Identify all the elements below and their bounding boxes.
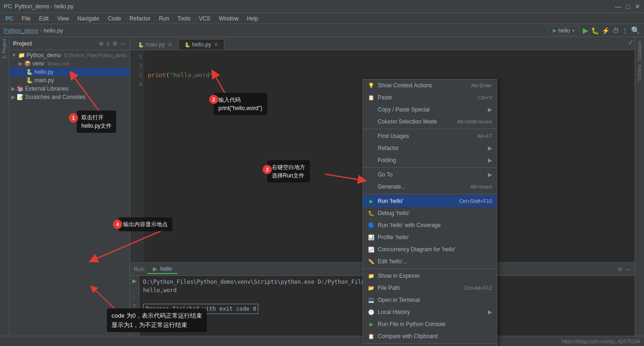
ctx-terminal-label: Open in Terminal (378, 297, 420, 303)
folder-icon: 📁 (18, 52, 25, 59)
tree-item-hello-label: hello.py (34, 69, 53, 75)
ctx-run-coverage[interactable]: 🔵Run 'hello' with Coverage (363, 219, 497, 231)
breadcrumb-file[interactable]: hello.py (44, 27, 63, 34)
ctx-concurrency[interactable]: 📈Concurrency Diagram for 'hello' (363, 243, 497, 255)
ctx-paste[interactable]: 📋Paste Ctrl+V (363, 91, 497, 104)
ctx-debug-hello[interactable]: 🐛Debug 'hello' (363, 207, 497, 219)
tab-main-py-close[interactable]: ✕ (168, 41, 172, 48)
extlibs-icon: 📚 (17, 85, 24, 92)
ctx-show-explorer[interactable]: 📁Show in Explorer (363, 270, 497, 282)
ctx-run-python-console[interactable]: ▶Run File in Python Console (363, 318, 497, 330)
scratches-expand-icon: ▶ (11, 94, 15, 100)
database-label[interactable]: Database (636, 39, 643, 63)
maximize-button[interactable]: □ (626, 3, 630, 10)
ctx-show-explorer-label: Show in Explorer (378, 273, 420, 279)
ctx-copy-icon (368, 106, 375, 113)
ctx-show-context[interactable]: 💡Show Context Actions Alt+Enter (363, 79, 497, 91)
ctx-run-hello[interactable]: ▶Run 'hello' Ctrl+Shift+F10 (363, 195, 497, 207)
trash-icon[interactable]: 🗑 (132, 326, 137, 332)
bottom-settings-icon[interactable]: ⚙ (618, 266, 623, 273)
tab-main-py[interactable]: 🐍 main.py ✕ (132, 39, 178, 50)
file-tree-panel: Project ⊕ ≡ ⚙ — ▼ 📁 Python_demo D:\Pytho… (9, 37, 130, 346)
ctx-local-history[interactable]: 🕐Local History ▶ (363, 306, 497, 318)
tree-item-root[interactable]: ▼ 📁 Python_demo D:\Python_Files\Python_d… (9, 51, 130, 59)
right-sidebar: Database SciView (635, 37, 644, 346)
bottom-tab-hello[interactable]: ▶ hello (147, 265, 177, 274)
run-play-icon[interactable]: ▶ (132, 278, 137, 284)
menu-window[interactable]: Window (215, 14, 243, 23)
tree-item-hello[interactable]: 🐍 hello.py (9, 68, 130, 76)
tab-hello-py[interactable]: 🐍 hello.py ✕ (178, 39, 224, 50)
tree-item-scratches[interactable]: ▶ 📝 Scratches and Consoles (9, 93, 130, 101)
sidebar-close-icon[interactable]: — (120, 40, 126, 47)
ctx-folding-icon (368, 157, 375, 164)
ctx-folding-label: Folding (378, 157, 396, 163)
search-button[interactable]: 🔍 (631, 26, 640, 35)
menu-help[interactable]: Help (243, 14, 262, 23)
tab-hello-py-close[interactable]: ✕ (214, 41, 218, 48)
sciview-label[interactable]: SciView (636, 63, 643, 83)
ctx-pyconsole-icon: ▶ (368, 320, 375, 328)
menu-run[interactable]: Run (155, 14, 173, 23)
menu-navigate[interactable]: Navigate (74, 14, 103, 23)
ctx-file-path[interactable]: 📂File Path Ctrl+Alt+F12 (363, 282, 497, 294)
menu-edit[interactable]: Edit (35, 14, 53, 23)
tab-hello-py-label: hello.py (192, 41, 211, 48)
ctx-copy-paste-label: Copy / Paste Special (378, 106, 429, 113)
tree-item-venv[interactable]: ▶ 📦 venv library root (9, 59, 130, 68)
menu-bar: PC File Edit View Navigate Code Refactor… (0, 13, 644, 24)
venv-icon: 📦 (24, 60, 31, 67)
menu-code[interactable]: Code (104, 14, 125, 23)
tab-main-py-icon: 🐍 (138, 42, 144, 47)
print-icon[interactable]: 🖨 (132, 319, 137, 324)
ctx-debug-label: Debug 'hello' (378, 210, 410, 216)
coverage-button[interactable]: ⚡ (602, 27, 610, 34)
context-menu: 💡Show Context Actions Alt+Enter 📋Paste C… (362, 79, 497, 346)
tree-item-extlibs[interactable]: ▶ 📚 External Libraries (9, 85, 130, 93)
ctx-column-selection[interactable]: Column Selection Mode Alt+Shift+Insert (363, 116, 497, 128)
debug-button[interactable]: 🐛 (591, 27, 599, 34)
tree-item-main[interactable]: 🐍 main.py (9, 76, 130, 85)
ctx-concurrency-icon: 📈 (368, 246, 375, 253)
clear-icon[interactable]: ⊘ (133, 311, 137, 316)
ctx-generate-icon (368, 183, 375, 190)
sidebar-settings-icon[interactable]: ⚙ (112, 40, 118, 47)
format-icon[interactable]: ≡ (133, 303, 136, 308)
run-button[interactable]: ▶ (583, 26, 588, 35)
ctx-filepath-shortcut: Ctrl+Alt+F12 (463, 285, 492, 291)
bottom-minimize-icon[interactable]: — (625, 266, 631, 273)
ctx-find-usages[interactable]: Find Usages Alt+F7 (363, 130, 497, 142)
menu-view[interactable]: View (53, 14, 73, 23)
close-button[interactable]: ✕ (635, 3, 640, 10)
ctx-goto[interactable]: Go To ▶ (363, 169, 497, 181)
menu-vcs[interactable]: VCS (195, 14, 214, 23)
scroll-down-icon[interactable]: ↓ (133, 287, 136, 292)
breadcrumb-project[interactable]: Python_demo (4, 27, 38, 34)
run-config-dropdown[interactable]: ▶ hello ▾ (548, 26, 580, 35)
menu-refactor[interactable]: Refactor (126, 14, 154, 23)
sidebar-collapse-icon[interactable]: ≡ (106, 40, 110, 47)
menu-pc[interactable]: PC (2, 14, 17, 23)
ctx-copy-paste-special[interactable]: Copy / Paste Special ▶ (363, 104, 497, 116)
project-icon[interactable]: 1: Project (2, 39, 7, 59)
code-line-2 (148, 61, 631, 71)
extlibs-expand-icon: ▶ (11, 85, 15, 92)
ctx-profile[interactable]: 📊Profile 'hello' (363, 231, 497, 243)
scroll-up-icon[interactable]: ↑ (133, 295, 136, 300)
sidebar-sync-icon[interactable]: ⊕ (99, 40, 104, 47)
ctx-compare-clipboard[interactable]: 📋Compare with Clipboard (363, 330, 497, 342)
minimize-button[interactable]: — (615, 3, 622, 10)
menu-tools[interactable]: Tools (174, 14, 194, 23)
menu-file[interactable]: File (18, 14, 34, 23)
more-button[interactable]: ⋮ (622, 27, 628, 34)
bottom-tab-icon: ▶ (153, 266, 157, 272)
ctx-open-terminal[interactable]: 💻Open in Terminal (363, 294, 497, 306)
ctx-refactor[interactable]: Refactor ▶ (363, 142, 497, 154)
ctx-folding[interactable]: Folding ▶ (363, 154, 497, 166)
ctx-edit-hello[interactable]: ✏️Edit 'hello'... (363, 255, 497, 268)
main-layout: 1: Project Project ⊕ ≡ ⚙ — ▼ 📁 Python_de… (0, 37, 644, 346)
profile-button[interactable]: ⏱ (612, 27, 619, 34)
ctx-generate[interactable]: Generate... Alt+Insert (363, 181, 497, 193)
line-num-3: 3 (132, 71, 142, 80)
ctx-run-shortcut: Ctrl+Shift+F10 (459, 198, 492, 204)
